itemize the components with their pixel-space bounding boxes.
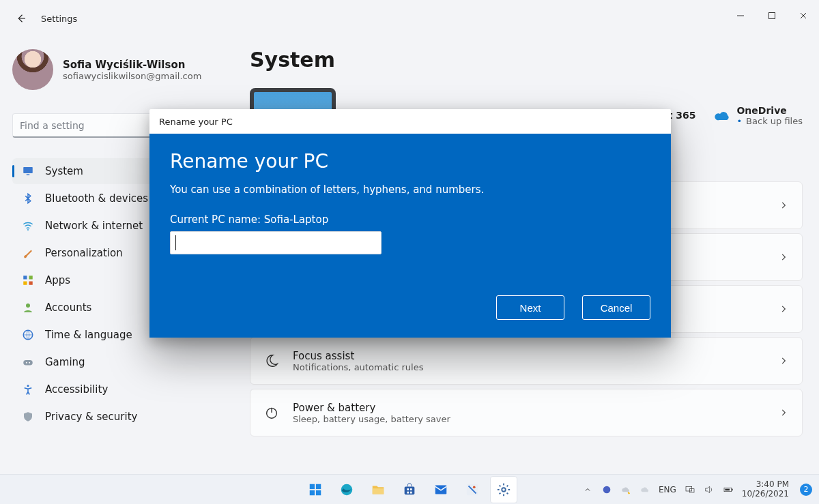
sidebar-item-privacy-security[interactable]: Privacy & security xyxy=(12,404,217,430)
pc-name-input[interactable] xyxy=(170,231,382,254)
window-maximize-button[interactable] xyxy=(756,0,788,31)
svg-point-4 xyxy=(27,229,29,231)
card-power-battery[interactable]: Power & battery Sleep, battery usage, ba… xyxy=(250,389,803,436)
svg-rect-3 xyxy=(27,175,30,176)
card-focus-assist[interactable]: Focus assist Notifications, automatic ru… xyxy=(250,337,803,385)
onedrive-sub: Back up files xyxy=(736,116,803,126)
chevron-right-icon xyxy=(779,201,788,210)
moon-icon xyxy=(264,353,279,368)
svg-rect-6 xyxy=(29,276,33,279)
taskbar-date: 10/26/2021 xyxy=(742,490,789,499)
back-button[interactable] xyxy=(12,10,30,27)
nav-label: Privacy & security xyxy=(45,411,137,423)
cancel-button[interactable]: Cancel xyxy=(582,295,650,320)
chevron-up-icon[interactable] xyxy=(582,484,593,495)
chevron-right-icon xyxy=(779,252,788,262)
taskbar-edge[interactable] xyxy=(333,476,360,503)
svg-point-14 xyxy=(27,385,29,387)
user-name: Sofia Wyciślik-Wilson xyxy=(63,59,201,71)
svg-rect-23 xyxy=(407,488,409,490)
taskbar-right: ENG 3:40 PM 10/26/2021 2 xyxy=(582,480,812,498)
svg-rect-24 xyxy=(410,488,412,490)
nav-label: System xyxy=(45,165,83,177)
card-sub: Notifications, automatic rules xyxy=(293,362,423,372)
chevron-right-icon xyxy=(779,356,788,366)
svg-rect-8 xyxy=(29,282,33,285)
svg-rect-18 xyxy=(310,490,315,494)
taskbar-store[interactable] xyxy=(396,476,423,503)
nav-label: Apps xyxy=(45,274,70,286)
sidebar-item-accessibility[interactable]: Accessibility xyxy=(12,376,217,402)
projection-tray-icon[interactable] xyxy=(685,484,695,495)
taskbar-clock[interactable]: 3:40 PM 10/26/2021 xyxy=(742,480,789,498)
svg-point-12 xyxy=(26,362,27,364)
onedrive-tile[interactable]: OneDrive Back up files xyxy=(715,105,803,126)
brush-icon xyxy=(22,247,34,259)
start-button[interactable] xyxy=(302,476,329,503)
nav-label: Personalization xyxy=(45,247,123,259)
taskbar-file-explorer[interactable] xyxy=(364,476,392,503)
accessibility-icon xyxy=(22,383,34,396)
sidebar-item-gaming[interactable]: Gaming xyxy=(12,349,217,375)
user-card[interactable]: Sofia Wyciślik-Wilson sofiawycislikwilso… xyxy=(12,49,217,90)
page-title: System xyxy=(250,48,803,72)
gaming-icon xyxy=(22,356,34,368)
apps-icon xyxy=(22,274,34,286)
notification-count: 2 xyxy=(804,485,809,494)
taskbar-app[interactable] xyxy=(459,476,486,503)
dialog-heading: Rename your PC xyxy=(170,150,650,173)
nav-label: Time & language xyxy=(45,329,132,341)
notification-badge[interactable]: 2 xyxy=(800,484,812,496)
nav-label: Accounts xyxy=(45,301,91,314)
language-indicator[interactable]: ENG xyxy=(659,485,676,494)
dialog-titlebar[interactable]: Rename your PC xyxy=(149,109,671,134)
taskbar-center xyxy=(302,476,517,503)
battery-tray-icon[interactable] xyxy=(723,484,734,495)
svg-point-30 xyxy=(502,488,506,492)
chevron-right-icon xyxy=(779,304,788,314)
svg-point-31 xyxy=(603,486,611,493)
dialog-window-title: Rename your PC xyxy=(159,117,233,127)
card-title: Focus assist xyxy=(293,350,423,362)
svg-point-9 xyxy=(26,303,30,308)
taskbar-mail[interactable] xyxy=(427,476,455,503)
power-icon xyxy=(264,405,279,420)
monitor-icon xyxy=(22,165,34,177)
bluetooth-icon xyxy=(22,192,34,205)
app-title: Settings xyxy=(41,14,77,24)
svg-rect-11 xyxy=(23,360,33,366)
onedrive-tray-icon[interactable] xyxy=(620,484,631,495)
svg-rect-17 xyxy=(316,484,321,488)
card-title: Power & battery xyxy=(293,402,450,414)
svg-rect-25 xyxy=(407,491,409,493)
window-minimize-button[interactable] xyxy=(725,0,756,31)
chevron-right-icon xyxy=(779,408,788,417)
svg-rect-26 xyxy=(410,491,412,493)
svg-rect-7 xyxy=(23,282,27,285)
svg-rect-19 xyxy=(316,490,321,494)
nav-label: Bluetooth & devices xyxy=(45,192,148,205)
user-email: sofiawycislikwilson@gmail.com xyxy=(63,71,201,81)
person-icon xyxy=(22,301,34,314)
weather-tray-icon[interactable] xyxy=(640,484,650,495)
teams-tray-icon[interactable] xyxy=(601,484,612,495)
cloud-icon xyxy=(715,108,730,123)
time-language-icon xyxy=(22,329,34,341)
svg-rect-27 xyxy=(435,485,447,494)
nav-label: Accessibility xyxy=(45,383,108,396)
next-button[interactable]: Next xyxy=(496,295,564,320)
dialog-current-name: Current PC name: Sofia-Laptop xyxy=(170,213,650,226)
svg-rect-0 xyxy=(769,13,775,19)
onedrive-title: OneDrive xyxy=(736,105,803,116)
svg-rect-36 xyxy=(725,488,730,490)
taskbar-settings[interactable] xyxy=(490,476,517,503)
shield-icon xyxy=(22,411,34,423)
svg-rect-16 xyxy=(310,484,315,488)
svg-rect-5 xyxy=(23,276,27,279)
dialog-instructions: You can use a combination of letters, hy… xyxy=(170,183,650,196)
window-close-button[interactable] xyxy=(788,0,819,31)
svg-point-29 xyxy=(473,486,476,488)
volume-tray-icon[interactable] xyxy=(704,484,715,495)
wifi-icon xyxy=(22,220,34,232)
svg-rect-35 xyxy=(732,488,732,490)
